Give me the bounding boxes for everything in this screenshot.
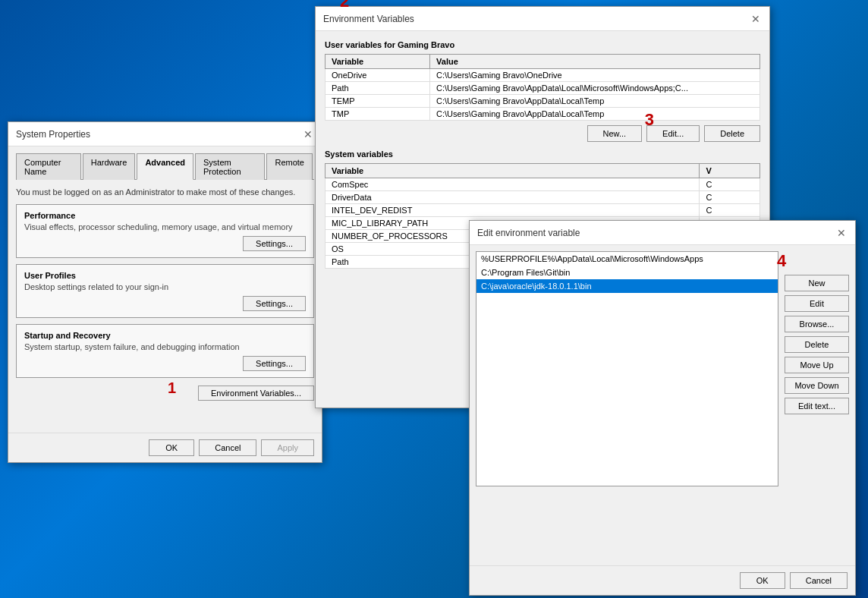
user-vars-buttons: New... Edit... Delete (325, 125, 760, 142)
table-row[interactable]: TMP C:\Users\Gaming Bravo\AppData\Local\… (326, 108, 760, 121)
system-properties-titlebar: System Properties ✕ (8, 122, 322, 146)
system-vars-title: System variables (325, 150, 760, 159)
tab-computer-name[interactable]: Computer Name (16, 153, 81, 180)
user-var-name: TEMP (326, 95, 430, 108)
user-var-col-variable: Variable (326, 55, 430, 69)
env-vars-title: Environment Variables (323, 14, 414, 24)
startup-section: Startup and Recovery System startup, sys… (16, 324, 314, 378)
user-vars-section: User variables for Gaming Bravo Variable… (325, 40, 760, 142)
tab-advanced[interactable]: Advanced (137, 153, 193, 180)
sys-var-value: C (700, 178, 760, 191)
performance-section: Performance Visual effects, processor sc… (16, 204, 314, 258)
step-3-label: 3 (645, 110, 654, 130)
system-properties-title: System Properties (16, 129, 90, 140)
system-properties-bottom-buttons: OK Cancel Apply (8, 433, 322, 462)
environment-variables-button[interactable]: Environment Variables... (198, 386, 314, 401)
user-var-name: Path (326, 82, 430, 95)
user-new-button[interactable]: New... (587, 125, 643, 142)
user-var-name: OneDrive (326, 69, 430, 82)
edit-env-titlebar: Edit environment variable ✕ (470, 221, 855, 245)
apply-button[interactable]: Apply (261, 439, 314, 456)
startup-desc: System startup, system failure, and debu… (24, 342, 306, 351)
edit-text-button[interactable]: Edit text... (785, 398, 849, 414)
admin-notice: You must be logged on as an Administrato… (16, 187, 314, 197)
user-var-col-value: Value (430, 55, 760, 69)
list-item[interactable]: %USERPROFILE%\AppData\Local\Microsoft\Wi… (476, 252, 778, 266)
user-profiles-desc: Desktop settings related to your sign-in (24, 282, 306, 291)
user-var-value: C:\Users\Gaming Bravo\AppData\Local\Micr… (430, 82, 760, 95)
move-up-button[interactable]: Move Up (785, 357, 849, 373)
edit-env-bottom-buttons: OK Cancel (470, 565, 855, 595)
cancel-button[interactable]: Cancel (199, 439, 256, 456)
browse-button[interactable]: Browse... (785, 316, 849, 332)
tab-remote[interactable]: Remote (266, 153, 313, 180)
system-properties-close-icon[interactable]: ✕ (302, 128, 314, 140)
table-row[interactable]: ComSpec C (326, 178, 760, 191)
table-row[interactable]: TEMP C:\Users\Gaming Bravo\AppData\Local… (326, 95, 760, 108)
move-down-button[interactable]: Move Down (785, 377, 849, 394)
user-var-value: C:\Users\Gaming Bravo\OneDrive (430, 69, 760, 82)
table-row[interactable]: OneDrive C:\Users\Gaming Bravo\OneDrive (326, 69, 760, 82)
table-row[interactable]: DriverData C (326, 191, 760, 204)
table-row[interactable]: Path C:\Users\Gaming Bravo\AppData\Local… (326, 82, 760, 95)
step-1-label: 1 (168, 379, 176, 397)
delete-path-button[interactable]: Delete (785, 336, 849, 353)
edit-env-ok-button[interactable]: OK (740, 572, 785, 589)
performance-title: Performance (24, 211, 306, 220)
sys-var-name: ComSpec (326, 178, 700, 191)
user-vars-title: User variables for Gaming Bravo (325, 40, 760, 49)
startup-title: Startup and Recovery (24, 331, 306, 340)
user-var-value: C:\Users\Gaming Bravo\AppData\Local\Temp (430, 95, 760, 108)
sys-var-value: C (700, 204, 760, 217)
user-delete-button[interactable]: Delete (704, 125, 760, 142)
edit-env-main: %USERPROFILE%\AppData\Local\Microsoft\Wi… (470, 245, 855, 493)
user-profiles-title: User Profiles (24, 271, 306, 280)
system-properties-tabs: Computer Name Hardware Advanced System P… (16, 153, 314, 180)
edit-path-button[interactable]: Edit (785, 295, 849, 312)
user-vars-table: Variable Value OneDrive C:\Users\Gaming … (325, 54, 760, 121)
user-profiles-settings-button[interactable]: Settings... (243, 296, 306, 311)
sys-var-name: INTEL_DEV_REDIST (326, 204, 700, 217)
sys-var-value: C (700, 191, 760, 204)
env-path-list[interactable]: %USERPROFILE%\AppData\Local\Microsoft\Wi… (476, 251, 778, 486)
edit-env-cancel-button[interactable]: Cancel (790, 572, 848, 589)
performance-settings-button[interactable]: Settings... (243, 236, 306, 251)
user-var-name: TMP (326, 108, 430, 121)
system-properties-window: System Properties ✕ Computer Name Hardwa… (8, 121, 322, 463)
edit-env-buttons-col: 4 New Edit Browse... Delete Move Up Move… (785, 251, 849, 486)
user-var-value: C:\Users\Gaming Bravo\AppData\Local\Temp (430, 108, 760, 121)
performance-desc: Visual effects, processor scheduling, me… (24, 222, 306, 231)
edit-env-close-icon[interactable]: ✕ (835, 227, 848, 239)
sys-var-col-variable: Variable (326, 164, 700, 178)
step-2-label: 2 (340, 0, 349, 11)
edit-env-title: Edit environment variable (477, 228, 580, 238)
startup-settings-button[interactable]: Settings... (243, 356, 306, 371)
env-vars-titlebar: Environment Variables ✕ (316, 7, 769, 31)
ok-button[interactable]: OK (149, 439, 194, 456)
table-row[interactable]: INTEL_DEV_REDIST C (326, 204, 760, 217)
tab-hardware[interactable]: Hardware (83, 153, 136, 180)
tab-system-protection[interactable]: System Protection (195, 153, 265, 180)
new-path-button[interactable]: New (785, 275, 849, 291)
list-item-selected[interactable]: C:\java\oracle\jdk-18.0.1.1\bin (476, 279, 778, 293)
env-vars-close-icon[interactable]: ✕ (750, 13, 762, 25)
sys-var-name: DriverData (326, 191, 700, 204)
user-profiles-section: User Profiles Desktop settings related t… (16, 264, 314, 318)
edit-env-window: Edit environment variable ✕ %USERPROFILE… (469, 220, 856, 596)
user-edit-button[interactable]: Edit... (646, 125, 700, 142)
list-item[interactable]: C:\Program Files\Git\bin (476, 266, 778, 279)
sys-var-col-value: V (700, 164, 760, 178)
step-4-label: 4 (777, 251, 841, 271)
